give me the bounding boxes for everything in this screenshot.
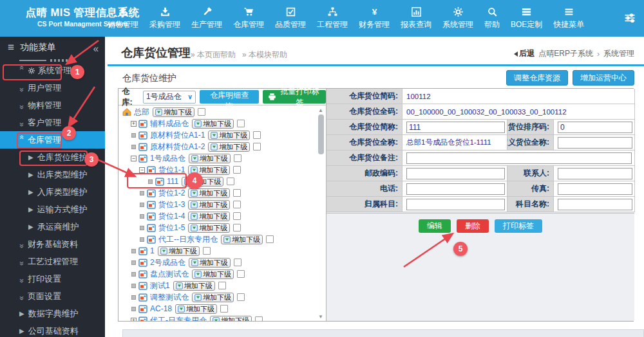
tree-node-name[interactable]: 辅料成品仓	[150, 118, 189, 129]
sidebar-item-数据字典维护[interactable]: ▶数据字典维护	[0, 305, 105, 322]
form-input[interactable]	[558, 137, 632, 149]
tree-node-name[interactable]: 代工--日东专用仓	[158, 234, 218, 245]
breadcrumb-erp-system[interactable]: 点晴ERP子系统	[538, 48, 593, 59]
tree-node-checkbox[interactable]	[237, 270, 245, 278]
warehouse-select[interactable]: 1号成品仓 ∨	[143, 91, 196, 104]
add-child-button[interactable]: 增加下级	[210, 316, 252, 322]
tree-node-checkbox[interactable]	[234, 259, 242, 266]
tree-node-checkbox[interactable]	[237, 293, 245, 301]
tree-node-name[interactable]: 1	[150, 246, 155, 255]
form-input[interactable]	[406, 183, 505, 195]
add-child-button[interactable]: 增加下级	[188, 165, 230, 175]
nav-item-生产管理[interactable]: 生产管理	[190, 6, 223, 30]
nav-item-快捷菜单[interactable]: 快捷菜单	[552, 6, 585, 30]
add-child-button[interactable]: 增加下级	[208, 131, 250, 140]
tree-node-name[interactable]: 货位1-3	[158, 199, 185, 210]
warehouse-detail-query-button[interactable]: 仓库明细查询	[200, 90, 259, 104]
sliders-icon[interactable]	[624, 12, 636, 24]
add-child-button[interactable]: 增加下级	[188, 223, 230, 233]
nav-item-仓库管理[interactable]: 仓库管理	[232, 6, 265, 30]
tree-node-checkbox[interactable]	[234, 154, 242, 162]
sidebar-item-运输方式维护[interactable]: ▶运输方式维护	[0, 201, 105, 218]
sidebar-item-客户管理[interactable]: «客户管理	[0, 114, 105, 131]
nav-item-销售管理[interactable]: 销售管理	[106, 6, 140, 30]
tree-node-name[interactable]: 调整测试仓	[150, 292, 189, 303]
add-child-button[interactable]: 增加下级	[175, 304, 217, 314]
tree-node-checkbox[interactable]	[233, 166, 241, 174]
page-help-link[interactable]: » 本页面帮助	[191, 50, 236, 60]
form-input[interactable]	[406, 152, 632, 164]
tree-node-name[interactable]: 总部	[134, 107, 149, 118]
form-input[interactable]	[406, 168, 505, 179]
sidebar-collapse-icon[interactable]: «	[93, 42, 99, 54]
tree-node-name[interactable]: 原材料货位A1-1	[150, 130, 205, 141]
add-child-button[interactable]: 增加下级	[153, 107, 194, 117]
expand-icon[interactable]: +	[131, 121, 137, 127]
tree-node-name[interactable]: 货位1-2	[158, 188, 185, 199]
form-input[interactable]	[558, 183, 632, 195]
nav-item-财务管理[interactable]: ¥财务管理	[357, 6, 391, 30]
nav-item-工程管理[interactable]: 工程管理	[316, 6, 349, 30]
nav-item-BOE定制[interactable]: BOE定制	[509, 6, 544, 30]
tree-node-checkbox[interactable]	[233, 189, 241, 197]
add-child-button[interactable]: 增加下级	[182, 177, 223, 187]
tree-node-checkbox[interactable]	[255, 316, 263, 321]
add-child-button[interactable]: 增加下级	[173, 281, 215, 291]
form-input[interactable]	[558, 168, 632, 179]
batch-print-label-button[interactable]: 批量打印标签	[263, 90, 326, 104]
tree-node-name[interactable]: 1号成品仓	[150, 153, 185, 164]
sidebar-item-系统管理[interactable]: «系统管理	[0, 62, 105, 79]
add-operation-center-button[interactable]: 增加运营中心	[573, 70, 634, 86]
form-input[interactable]	[406, 122, 505, 133]
collapse-icon[interactable]: −	[139, 167, 145, 173]
scroll-up-icon[interactable]: ▲	[318, 107, 323, 113]
tree-node-checkbox[interactable]	[203, 247, 211, 255]
tree-node-name[interactable]: AC-18	[150, 304, 172, 313]
form-input[interactable]	[558, 199, 632, 210]
sidebar-item-页面设置[interactable]: «页面设置	[0, 287, 105, 305]
nav-item-帮助[interactable]: 帮助	[483, 6, 501, 30]
sidebar-item-仓库管理[interactable]: «仓库管理	[0, 131, 105, 149]
tree-node-name[interactable]: 代工-日东专用仓	[150, 315, 207, 322]
add-child-button[interactable]: 增加下级	[189, 154, 231, 163]
add-child-button[interactable]: 增加下级	[192, 119, 234, 129]
add-child-button[interactable]: 增加下级	[189, 258, 231, 268]
collapse-icon[interactable]: −	[131, 156, 137, 161]
tree-node-name[interactable]: 货位1-1	[158, 165, 185, 176]
expand-icon[interactable]: +	[131, 318, 137, 322]
sidebar-item-出库类型维护[interactable]: ▶出库类型维护	[0, 166, 105, 183]
sidebar-item-物料管理[interactable]: «物料管理	[0, 96, 105, 114]
tree-node-name[interactable]: 货位1-5	[158, 223, 185, 233]
add-child-button[interactable]: 增加下级	[208, 142, 250, 152]
add-child-button[interactable]: 增加下级	[188, 200, 230, 210]
sidebar-item-财务基础资料[interactable]: «财务基础资料	[0, 235, 105, 253]
tree-node-checkbox[interactable]	[233, 224, 241, 232]
module-help-link[interactable]: » 本模块帮助	[242, 50, 287, 60]
tree-scrollbar[interactable]: ▲ ▼	[317, 107, 325, 320]
add-child-button[interactable]: 增加下级	[188, 188, 230, 198]
tree-node-checkbox[interactable]	[237, 120, 245, 127]
print-label-button[interactable]: 打印标签	[495, 219, 542, 233]
form-input[interactable]	[406, 199, 505, 210]
tree-node-checkbox[interactable]	[198, 108, 205, 116]
nav-item-系统管理[interactable]: 系统管理	[441, 6, 475, 30]
scrollbar-thumb[interactable]	[318, 114, 324, 154]
add-child-button[interactable]: 增加下级	[192, 269, 234, 279]
tree-node-checkbox[interactable]	[233, 212, 241, 220]
tree-node-checkbox[interactable]	[218, 282, 226, 289]
back-button[interactable]: 后退	[514, 48, 535, 59]
adjust-warehouse-resource-button[interactable]: 调整仓库资源	[506, 70, 568, 86]
tree-node-checkbox[interactable]	[253, 131, 261, 139]
tree-node-name[interactable]: 2号成品仓	[150, 257, 185, 268]
tree-node-name[interactable]: 盘点测试仓	[150, 269, 189, 280]
nav-item-采购管理[interactable]: 采购管理	[148, 6, 182, 30]
sidebar-item-入库类型维护[interactable]: ▶入库类型维护	[0, 183, 105, 201]
sidebar-item-公司基础资料[interactable]: ▶公司基础资料	[0, 322, 105, 337]
sidebar-item-仓库货位维护[interactable]: ▶仓库货位维护	[0, 149, 105, 166]
tree-node-checkbox[interactable]	[233, 201, 241, 208]
tree-node-checkbox[interactable]	[253, 143, 261, 150]
sidebar-item-承运商维护[interactable]: ▶承运商维护	[0, 218, 105, 235]
tree-node-checkbox[interactable]	[266, 235, 274, 243]
tree-node-checkbox[interactable]	[227, 178, 234, 185]
add-child-button[interactable]: 增加下级	[221, 235, 263, 244]
